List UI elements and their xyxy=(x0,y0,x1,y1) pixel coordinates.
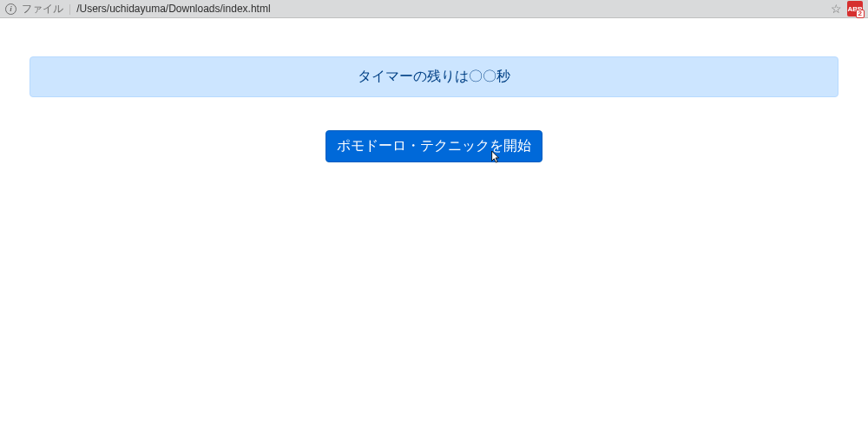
browser-address-bar[interactable]: i ファイル | /Users/uchidayuma/Downloads/ind… xyxy=(0,0,868,18)
page-content: タイマーの残りは〇〇秒 ポモドーロ・テクニックを開始 xyxy=(0,18,868,162)
extension-badge[interactable]: ABP 2 xyxy=(847,1,863,16)
start-button[interactable]: ポモドーロ・テクニックを開始 xyxy=(326,130,542,162)
button-row: ポモドーロ・テクニックを開始 xyxy=(30,130,838,162)
timer-alert: タイマーの残りは〇〇秒 xyxy=(30,56,838,97)
url-separator: | xyxy=(69,3,71,15)
bookmark-star-icon[interactable]: ☆ xyxy=(831,2,842,16)
url-path: /Users/uchidayuma/Downloads/index.html xyxy=(76,3,270,15)
info-icon[interactable]: i xyxy=(5,3,16,15)
url-scheme-label: ファイル xyxy=(22,2,63,16)
extension-count: 2 xyxy=(856,10,865,18)
